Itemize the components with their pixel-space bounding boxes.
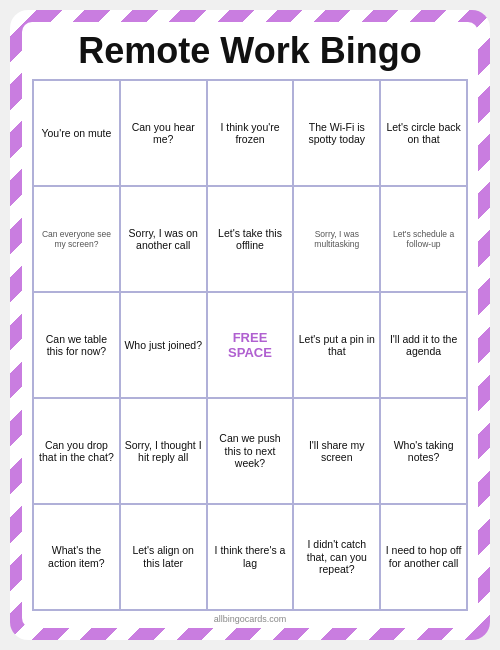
bingo-cell-22[interactable]: I think there's a lag xyxy=(207,504,294,610)
bingo-cell-2[interactable]: I think you're frozen xyxy=(207,80,294,186)
bingo-cell-9[interactable]: Let's schedule a follow-up xyxy=(380,186,467,292)
bingo-cell-0[interactable]: You're on mute xyxy=(33,80,120,186)
bingo-cell-12[interactable]: FREE SPACE xyxy=(207,292,294,398)
bingo-cell-16[interactable]: Sorry, I thought I hit reply all xyxy=(120,398,207,504)
bingo-cell-5[interactable]: Can everyone see my screen? xyxy=(33,186,120,292)
bingo-cell-4[interactable]: Let's circle back on that xyxy=(380,80,467,186)
bingo-cell-15[interactable]: Can you drop that in the chat? xyxy=(33,398,120,504)
footer-text: allbingocards.com xyxy=(214,614,287,624)
bingo-cell-11[interactable]: Who just joined? xyxy=(120,292,207,398)
bingo-cell-13[interactable]: Let's put a pin in that xyxy=(293,292,380,398)
bingo-cell-20[interactable]: What's the action item? xyxy=(33,504,120,610)
bingo-cell-7[interactable]: Let's take this offline xyxy=(207,186,294,292)
card-inner: Remote Work Bingo You're on muteCan you … xyxy=(22,22,478,628)
bingo-cell-21[interactable]: Let's align on this later xyxy=(120,504,207,610)
bingo-cell-18[interactable]: I'll share my screen xyxy=(293,398,380,504)
bingo-cell-19[interactable]: Who's taking notes? xyxy=(380,398,467,504)
bingo-cell-14[interactable]: I'll add it to the agenda xyxy=(380,292,467,398)
bingo-cell-23[interactable]: I didn't catch that, can you repeat? xyxy=(293,504,380,610)
bingo-cell-24[interactable]: I need to hop off for another call xyxy=(380,504,467,610)
bingo-cell-1[interactable]: Can you hear me? xyxy=(120,80,207,186)
card-outer: Remote Work Bingo You're on muteCan you … xyxy=(10,10,490,640)
bingo-cell-3[interactable]: The Wi-Fi is spotty today xyxy=(293,80,380,186)
bingo-grid: You're on muteCan you hear me?I think yo… xyxy=(32,79,468,611)
bingo-cell-10[interactable]: Can we table this for now? xyxy=(33,292,120,398)
bingo-cell-8[interactable]: Sorry, I was multitasking xyxy=(293,186,380,292)
bingo-cell-6[interactable]: Sorry, I was on another call xyxy=(120,186,207,292)
page-title: Remote Work Bingo xyxy=(78,30,421,71)
bingo-cell-17[interactable]: Can we push this to next week? xyxy=(207,398,294,504)
